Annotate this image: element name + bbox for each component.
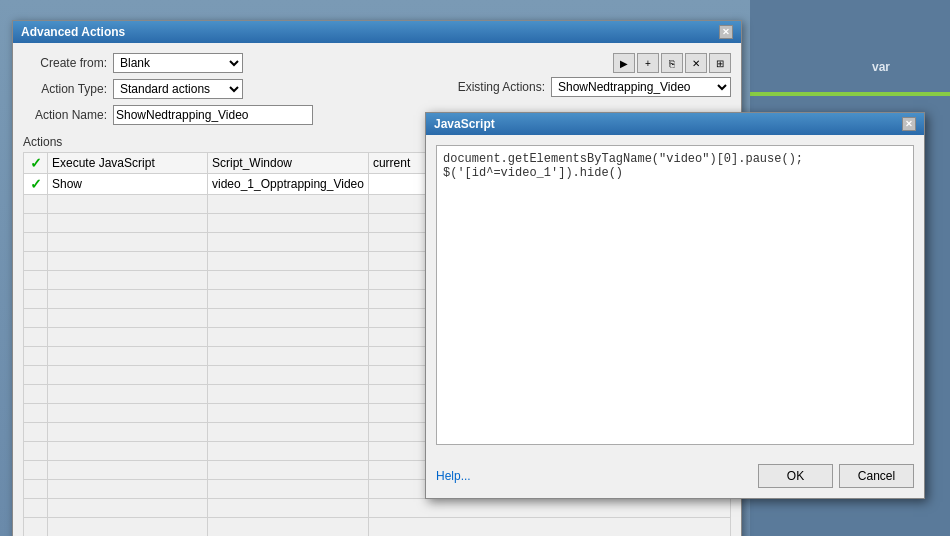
more-button[interactable]: ⊞ <box>709 53 731 73</box>
javascript-dialog: JavaScript ✕ document.getElementsByTagNa… <box>425 112 925 499</box>
js-dialog-close-button[interactable]: ✕ <box>902 117 916 131</box>
left-controls: Create from: Blank Action Type: Standard… <box>23 53 458 131</box>
row-col3: video_1_Opptrapping_Video <box>208 174 369 195</box>
var-label: var <box>872 60 890 74</box>
row-action[interactable]: Execute JavaScript <box>48 153 208 174</box>
ok-button[interactable]: OK <box>758 464 833 488</box>
js-dialog-titlebar: JavaScript ✕ <box>426 113 924 135</box>
right-controls: ▶ + ⎘ ✕ ⊞ Existing Actions: ShowNedtrapp… <box>458 53 731 97</box>
table-row-empty <box>24 499 731 518</box>
js-dialog-footer: Help... OK Cancel <box>426 458 924 498</box>
existing-actions-row: Existing Actions: ShowNedtrapping_Video <box>458 77 731 97</box>
green-bar <box>750 92 950 96</box>
create-from-label: Create from: <box>23 56 113 70</box>
dialog-titlebar: Advanced Actions ✕ <box>13 21 741 43</box>
toolbar-icons: ▶ + ⎘ ✕ ⊞ <box>613 53 731 73</box>
cancel-button[interactable]: Cancel <box>839 464 914 488</box>
row-status: ✓ <box>24 153 48 174</box>
existing-actions-select[interactable]: ShowNedtrapping_Video <box>551 77 731 97</box>
action-name-row: Action Name: <box>23 105 458 125</box>
play-button[interactable]: ▶ <box>613 53 635 73</box>
js-dialog-body: document.getElementsByTagName("video")[0… <box>426 135 924 458</box>
existing-actions-label: Existing Actions: <box>458 80 545 94</box>
create-from-select[interactable]: Blank <box>113 53 243 73</box>
check-icon: ✓ <box>30 155 42 171</box>
js-dialog-buttons: OK Cancel <box>758 464 914 488</box>
js-dialog-title: JavaScript <box>434 117 495 131</box>
dialog-title-area: Advanced Actions <box>21 25 125 39</box>
check-icon: ✓ <box>30 176 42 192</box>
help-link[interactable]: Help... <box>436 469 471 483</box>
row-action[interactable]: Show <box>48 174 208 195</box>
action-type-row: Action Type: Standard actions <box>23 79 458 99</box>
action-type-label: Action Type: <box>23 82 113 96</box>
action-type-select[interactable]: Standard actions <box>113 79 243 99</box>
add-button[interactable]: + <box>637 53 659 73</box>
row-status: ✓ <box>24 174 48 195</box>
create-from-row: Create from: Blank <box>23 53 458 73</box>
action-name-input[interactable] <box>113 105 313 125</box>
copy-button[interactable]: ⎘ <box>661 53 683 73</box>
row-col3: Script_Window <box>208 153 369 174</box>
dialog-close-button[interactable]: ✕ <box>719 25 733 39</box>
table-row-empty <box>24 518 731 537</box>
javascript-code-editor[interactable]: document.getElementsByTagName("video")[0… <box>436 145 914 445</box>
action-name-label: Action Name: <box>23 108 113 122</box>
dialog-title-text: Advanced Actions <box>21 25 125 39</box>
delete-button[interactable]: ✕ <box>685 53 707 73</box>
